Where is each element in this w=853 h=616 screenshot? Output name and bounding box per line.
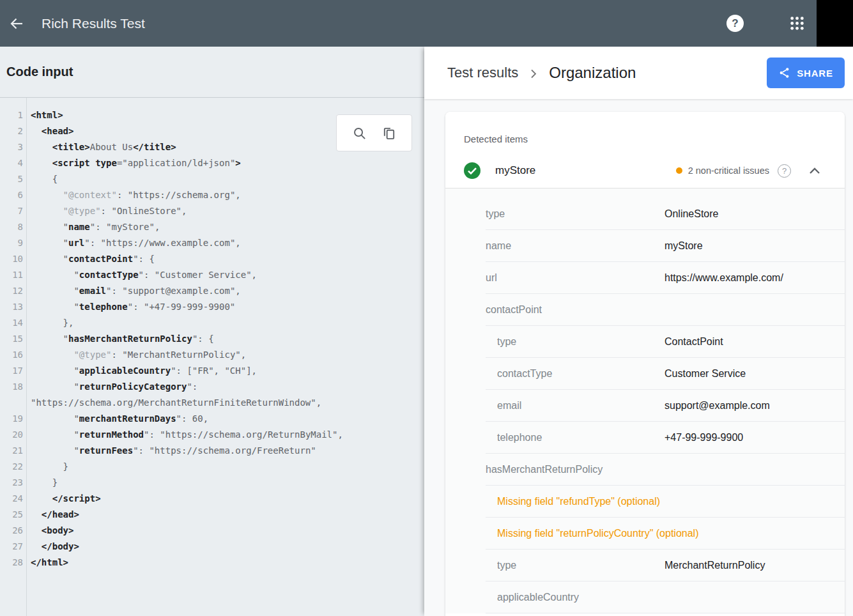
code-line: 13 "telephone": "+47-99-999-9900" [0, 299, 424, 315]
line-number: 16 [0, 347, 26, 363]
code-line-text: "returnMethod": "https://schema.org/Retu… [26, 427, 343, 443]
code-line-text: <script type="application/ld+json"> [26, 155, 241, 171]
code-line: 11 "contactType": "Customer Service", [0, 267, 424, 283]
property-label: url [486, 272, 497, 284]
code-line-text: "merchantReturnDays": 60, [26, 411, 208, 427]
app-title: Rich Results Test [42, 16, 145, 31]
property-row: typeMerchantReturnPolicy [445, 550, 845, 581]
code-line-text: "returnFees": "https://schema.org/FreeRe… [26, 443, 316, 459]
code-line: 15 "hasMerchantReturnPolicy": { [0, 331, 424, 347]
code-line-text: }, [26, 315, 73, 331]
code-line: 18 "returnPolicyCategory": [0, 379, 424, 395]
line-number: 10 [0, 251, 26, 267]
line-number: 26 [0, 523, 26, 539]
property-row: hasMerchantReturnPolicy [445, 454, 845, 486]
code-line: 22 } [0, 459, 424, 475]
account-avatar-placeholder[interactable] [817, 0, 853, 47]
property-row: telephone+47-99-999-9900 [445, 422, 845, 454]
code-line-text: "name": "myStore", [26, 219, 160, 235]
code-line: 19 "merchantReturnDays": 60, [0, 411, 424, 427]
property-table: typeOnlineStorenamemyStoreurlhttps://www… [445, 189, 845, 613]
detected-item-accordion-header[interactable]: myStore 2 non-critical issues ? [464, 153, 820, 188]
share-button[interactable]: SHARE [767, 58, 845, 88]
line-number: 11 [0, 267, 26, 283]
code-line-text: "hasMerchantReturnPolicy": { [26, 331, 214, 347]
back-button[interactable] [3, 10, 31, 38]
line-number: 7 [0, 203, 26, 219]
line-number: 9 [0, 235, 26, 251]
code-line: 17 "applicableCountry": ["FR", "CH"], [0, 363, 424, 379]
code-line: 23 } [0, 475, 424, 491]
property-label: type [497, 560, 516, 571]
issues-help-button[interactable]: ? [778, 164, 791, 178]
property-value: support@example.com [665, 400, 770, 412]
line-number: 25 [0, 507, 26, 523]
code-line: 12 "email": "support@example.com", [0, 283, 424, 299]
line-number: 6 [0, 187, 26, 203]
property-value: MerchantReturnPolicy [665, 560, 765, 571]
code-input-panel: Code input 1<html>2 <head>3 <title>About… [0, 47, 424, 616]
issue-dot [676, 167, 682, 174]
property-row: urlhttps://www.example.com/ [445, 262, 845, 294]
warning-row: Missing field "returnPolicyCountry" (opt… [445, 518, 845, 550]
line-number: 14 [0, 315, 26, 331]
property-value: +47-99-999-9900 [665, 432, 743, 443]
code-line-text: } [26, 459, 68, 475]
line-number: 12 [0, 283, 26, 299]
warning-row: Missing field "refundType" (optional) [445, 486, 845, 518]
code-editor[interactable]: 1<html>2 <head>3 <title>About Us</title>… [0, 98, 424, 616]
code-line-text: <title>About Us</title> [26, 139, 176, 155]
code-line-text: "@context": "https://schema.org", [26, 187, 241, 203]
code-line: 27 </body> [0, 539, 424, 555]
line-number: 15 [0, 331, 26, 347]
test-results-panel: Test results Organization SHARE Detected… [424, 47, 853, 616]
warning-text: Missing field "returnPolicyCountry" (opt… [497, 528, 698, 539]
line-number: 27 [0, 539, 26, 555]
apps-grid-button[interactable] [789, 15, 805, 31]
code-line-text: <html> [26, 107, 63, 123]
line-number: 2 [0, 123, 26, 139]
help-outline-icon: ? [782, 166, 787, 176]
property-label: contactType [497, 368, 552, 380]
card-header-section: Detected items myStore 2 non-critical is… [445, 112, 845, 188]
chevron-up-icon [809, 167, 820, 174]
property-label: type [497, 336, 516, 348]
detected-items-card: Detected items myStore 2 non-critical is… [445, 112, 845, 616]
code-line: 5 { [0, 171, 424, 187]
property-row: typeContactPoint [445, 326, 845, 358]
code-line: 16 "@type": "MerchantReturnPolicy", [0, 347, 424, 363]
help-button[interactable]: ? [726, 15, 744, 32]
property-label: name [486, 240, 511, 252]
breadcrumb-current-page: Organization [549, 64, 636, 82]
code-line-text: <body> [26, 523, 73, 539]
line-number: 1 [0, 107, 26, 123]
collapse-button[interactable] [809, 167, 820, 174]
check-circle-icon [464, 162, 480, 179]
line-number: 22 [0, 459, 26, 475]
share-button-label: SHARE [797, 68, 833, 79]
copy-code-button[interactable] [382, 126, 397, 141]
property-row: applicableCountry [445, 581, 845, 613]
line-number: 19 [0, 411, 26, 427]
code-line-text: "@type": "MerchantReturnPolicy", [26, 347, 246, 363]
property-value: OnlineStore [665, 208, 719, 220]
code-line-text: </head> [26, 507, 79, 523]
code-line: 26 <body> [0, 523, 424, 539]
results-header: Test results Organization SHARE [424, 47, 853, 99]
breadcrumb-test-results[interactable]: Test results [447, 65, 518, 81]
code-line-text: </html> [26, 555, 68, 571]
code-line-text: "contactPoint": { [26, 251, 155, 267]
property-label: contactPoint [486, 304, 542, 316]
code-line: 9 "url": "https://www.example.com", [0, 235, 424, 251]
copy-icon [382, 126, 397, 141]
code-line: "https://schema.org/MerchantReturnFinite… [0, 395, 424, 411]
code-line-text: "applicableCountry": ["FR", "CH"], [26, 363, 257, 379]
line-number: 20 [0, 427, 26, 443]
search-code-button[interactable] [352, 126, 367, 141]
code-line-text: "url": "https://www.example.com", [26, 235, 241, 251]
apps-grid-icon [789, 15, 805, 31]
code-line-text: "returnPolicyCategory": [26, 379, 197, 395]
code-line: 4 <script type="application/ld+json"> [0, 155, 424, 171]
property-value: https://www.example.com/ [665, 272, 783, 284]
code-line-text: </body> [26, 539, 79, 555]
